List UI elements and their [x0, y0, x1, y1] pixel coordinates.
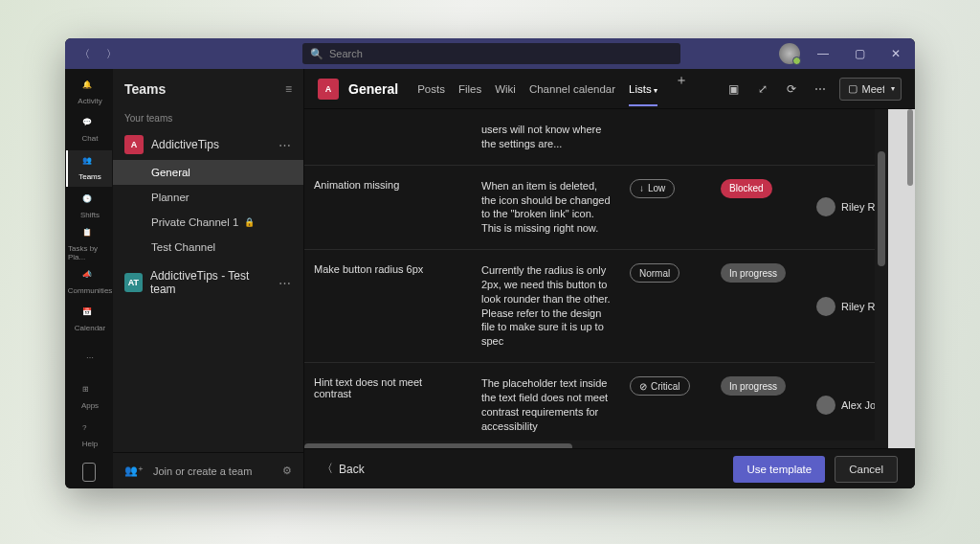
row-description: users will not know where the settings a… — [472, 119, 620, 155]
assignee-name: Alex John — [841, 399, 875, 411]
list-row[interactable]: Hint text does not meet contrast The pla… — [304, 363, 875, 441]
rail-apps[interactable]: ⊞Apps — [66, 380, 112, 417]
use-template-button[interactable]: Use template — [733, 456, 825, 483]
rail-communities[interactable]: 📣Communities — [66, 264, 112, 301]
team-more-button[interactable]: ⋯ — [278, 276, 292, 290]
shifts-icon: 🕒 — [82, 194, 98, 210]
rail-teams[interactable]: 👥Teams — [66, 150, 112, 187]
meet-split-button[interactable]: ▾ — [884, 78, 902, 101]
list-row[interactable]: users will not know where the settings a… — [304, 109, 875, 166]
cancel-button[interactable]: Cancel — [835, 456, 898, 483]
search-placeholder: Search — [329, 48, 363, 59]
communities-icon: 📣 — [82, 270, 98, 285]
minimize-button[interactable]: — — [810, 40, 836, 67]
priority-pill[interactable]: ↓Low — [630, 179, 675, 198]
sidebar-title: Teams — [124, 81, 166, 97]
horizontal-scrollbar[interactable] — [304, 441, 875, 448]
chevron-down-icon: ▾ — [654, 86, 657, 95]
video-icon: ▢ — [848, 82, 858, 95]
rail-activity[interactable]: 🔔Activity — [66, 75, 112, 111]
outer-scrollbar[interactable] — [905, 109, 915, 448]
presence-indicator — [792, 57, 801, 65]
gear-icon[interactable]: ⚙ — [282, 465, 292, 477]
row-title[interactable]: Animation missing — [304, 175, 472, 239]
list-row[interactable]: Make button radius 6px Currently the rad… — [304, 250, 875, 363]
priority-pill[interactable]: ⊘Critical — [630, 376, 690, 396]
rail-tasks[interactable]: 📋Tasks by Pla... — [66, 226, 112, 262]
teams-icon: 👥 — [82, 156, 98, 171]
add-tab-button[interactable]: ＋ — [671, 72, 692, 106]
titlebar: 〈 〉 🔍 Search — ▢ ✕ — [65, 38, 915, 69]
critical-icon: ⊘ — [639, 381, 647, 392]
channel-avatar: A — [318, 79, 339, 100]
row-description: When an item is deleted, the icon should… — [472, 175, 620, 239]
channel-header: A General Posts Files Wiki Channel calen… — [304, 69, 915, 109]
calendar-icon: 📅 — [82, 307, 98, 323]
nav-forward-button[interactable]: 〉 — [100, 42, 122, 65]
rail-help[interactable]: ?Help — [66, 418, 112, 454]
status-pill[interactable]: In progress — [721, 376, 786, 396]
maximize-button[interactable]: ▢ — [846, 40, 873, 67]
more-icon: ⋯ — [86, 353, 94, 362]
search-box[interactable]: 🔍 Search — [302, 43, 680, 64]
more-button[interactable]: ⋯ — [811, 82, 830, 96]
rail-shifts[interactable]: 🕒Shifts — [66, 189, 112, 225]
tab-settings-button[interactable]: ▣ — [724, 82, 744, 96]
expand-button[interactable]: ⤢ — [753, 82, 772, 96]
apps-icon: ⊞ — [82, 385, 98, 400]
team-more-button[interactable]: ⋯ — [278, 138, 292, 152]
main-area: A General Posts Files Wiki Channel calen… — [304, 69, 915, 488]
channel-general[interactable]: General — [113, 160, 303, 185]
search-icon: 🔍 — [310, 48, 323, 60]
priority-pill[interactable]: Normal — [630, 263, 679, 283]
assignee-avatar — [816, 197, 835, 216]
team-row-addictivetips[interactable]: A AddictiveTips ⋯ — [113, 129, 303, 160]
status-pill[interactable]: In progress — [721, 263, 786, 283]
pane-divider — [888, 109, 905, 448]
status-pill[interactable]: Blocked — [721, 179, 772, 198]
row-title[interactable]: Make button radius 6px — [304, 260, 472, 352]
assignee-avatar — [816, 396, 835, 415]
channel-planner[interactable]: Planner — [113, 185, 303, 210]
arrow-down-icon: ↓ — [639, 183, 644, 193]
join-create-team[interactable]: 👥⁺ Join or create a team ⚙ — [113, 452, 303, 488]
channel-private1[interactable]: Private Channel 1🔒 — [113, 210, 303, 235]
team-row-testteam[interactable]: AT AddictiveTips - Test team ⋯ — [113, 267, 303, 298]
tab-files[interactable]: Files — [458, 72, 481, 106]
assignee-avatar — [816, 297, 835, 316]
rail-calendar[interactable]: 📅Calendar — [66, 302, 112, 338]
back-button[interactable]: 〈Back — [322, 461, 365, 477]
help-icon: ? — [82, 423, 98, 439]
teams-sidebar: Teams ≡ Your teams A AddictiveTips ⋯ Gen… — [113, 69, 304, 488]
filter-icon[interactable]: ≡ — [285, 82, 292, 96]
team-avatar: A — [124, 135, 144, 154]
assignee-name: Riley Ran — [841, 301, 875, 312]
nav-back-button[interactable]: 〈 — [73, 42, 96, 65]
list-content: users will not know where the settings a… — [304, 109, 875, 448]
row-title[interactable]: Hint text does not meet contrast — [304, 373, 472, 437]
chevron-left-icon: 〈 — [322, 461, 333, 477]
rail-more[interactable]: ⋯ — [66, 340, 112, 376]
list-row[interactable]: Animation missing When an item is delete… — [304, 166, 875, 250]
user-avatar[interactable] — [779, 43, 800, 64]
close-button[interactable]: ✕ — [882, 40, 909, 67]
lock-icon: 🔒 — [244, 217, 255, 227]
row-description: Currently the radius is only 2px, we nee… — [472, 260, 620, 352]
rail-chat[interactable]: 💬Chat — [66, 113, 112, 149]
tab-posts[interactable]: Posts — [417, 72, 445, 106]
team-name: AddictiveTips - Test team — [150, 269, 271, 296]
app-window: 〈 〉 🔍 Search — ▢ ✕ 🔔Activity 💬Chat 👥Team… — [65, 38, 915, 488]
rail-device[interactable] — [66, 456, 112, 488]
chat-icon: 💬 — [82, 118, 98, 133]
tab-wiki[interactable]: Wiki — [495, 72, 516, 106]
tab-lists[interactable]: Lists▾ — [629, 72, 657, 106]
channel-tabs: Posts Files Wiki Channel calendar Lists▾… — [417, 72, 692, 106]
refresh-button[interactable]: ⟳ — [782, 82, 801, 96]
channel-name: General — [348, 81, 398, 97]
your-teams-label: Your teams — [113, 109, 303, 129]
team-name: AddictiveTips — [151, 138, 219, 151]
channel-test[interactable]: Test Channel — [113, 235, 303, 260]
device-icon — [82, 463, 96, 482]
tab-channel-calendar[interactable]: Channel calendar — [529, 72, 615, 106]
vertical-scrollbar[interactable] — [875, 109, 888, 448]
